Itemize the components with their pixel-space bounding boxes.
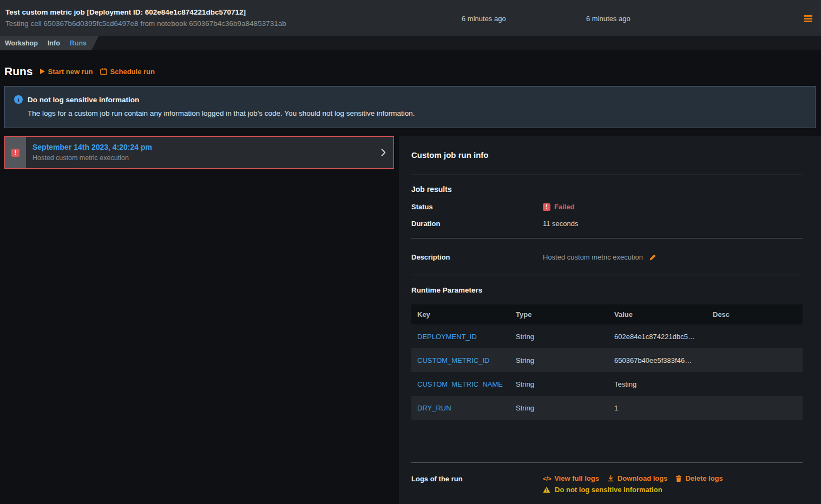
status-value: ! Failed: [543, 203, 575, 211]
runtime-parameters-table: Key Type Value Desc DEPLOYMENT_ID String…: [411, 304, 803, 420]
logs-links-line: </> View full logs Download logs: [543, 474, 723, 482]
param-type: String: [510, 404, 608, 412]
tab-runs[interactable]: Runs: [70, 39, 87, 47]
download-icon: [607, 475, 614, 482]
start-new-run-label: Start new run: [48, 68, 93, 76]
run-status-strip: !: [5, 137, 26, 168]
column-header-type: Type: [510, 310, 608, 319]
menu-bar: [804, 18, 812, 19]
param-type: String: [510, 380, 608, 388]
param-value: 602e84e1c874221dbc5…: [608, 333, 707, 341]
chevron-right-icon[interactable]: [381, 149, 386, 156]
panel-title: Custom job run info: [411, 150, 803, 160]
logs-warning-text: Do not log sensitive information: [555, 486, 662, 494]
failed-status-icon: !: [11, 149, 19, 157]
logs-warning: Do not log sensitive information: [543, 486, 723, 494]
tab-info[interactable]: Info: [48, 39, 60, 47]
table-row: DEPLOYMENT_ID String 602e84e1c874221dbc5…: [411, 324, 803, 348]
duration-value: 11 seconds: [543, 220, 579, 228]
logs-label: Logs of the run: [411, 474, 543, 494]
run-list: ! September 14th 2023, 4:20:24 pm Hosted…: [0, 136, 399, 504]
download-logs-label: Download logs: [618, 474, 667, 482]
delete-logs-button[interactable]: Delete logs: [675, 474, 723, 482]
param-value: 650367b40ee5f383f46…: [608, 356, 707, 364]
runs-header-row: Runs Start new run Schedule run: [0, 50, 821, 78]
param-type: String: [510, 333, 608, 341]
status-text: Failed: [554, 203, 575, 211]
job-results-heading: Job results: [411, 185, 803, 194]
start-new-run-button[interactable]: Start new run: [40, 68, 93, 76]
run-info-panel: Custom job run info Job results Status !…: [399, 136, 821, 504]
table-row: DRY_RUN String 1: [411, 396, 803, 420]
menu-bar: [804, 15, 812, 17]
divider: [411, 462, 803, 463]
run-card-body: September 14th 2023, 4:20:24 pm Hosted c…: [26, 137, 381, 168]
main-row: ! September 14th 2023, 4:20:24 pm Hosted…: [0, 136, 821, 504]
table-row: CUSTOM_METRIC_ID String 650367b40ee5f383…: [411, 348, 803, 372]
run-list-item[interactable]: ! September 14th 2023, 4:20:24 pm Hosted…: [4, 136, 394, 169]
play-icon: [40, 69, 45, 74]
page-title: Runs: [4, 65, 33, 78]
description-row: Description Hosted custom metric executi…: [411, 253, 803, 261]
calendar-icon: [100, 68, 107, 75]
code-icon: </>: [543, 475, 551, 482]
divider: [411, 238, 803, 238]
banner-title-row: i Do not log sensitive information: [14, 95, 804, 104]
param-value: Testing: [608, 380, 707, 388]
runtime-parameters-heading: Runtime Parameters: [411, 286, 803, 294]
logs-actions: </> View full logs Download logs: [543, 474, 723, 494]
divider: [411, 275, 803, 275]
param-value: 1: [608, 404, 707, 412]
column-header-value: Value: [608, 310, 707, 319]
param-key-link[interactable]: CUSTOM_METRIC_NAME: [411, 380, 510, 388]
download-logs-button[interactable]: Download logs: [607, 474, 667, 482]
status-row: Status ! Failed: [411, 203, 803, 211]
description-label: Description: [411, 253, 543, 261]
schedule-run-label: Schedule run: [110, 68, 155, 76]
tab-workshop[interactable]: Workshop: [5, 39, 38, 47]
edit-description-button[interactable]: [649, 254, 656, 261]
updated-timestamp: 6 minutes ago: [462, 15, 506, 23]
schedule-run-button[interactable]: Schedule run: [100, 68, 155, 76]
description-text: Hosted custom metric execution: [543, 253, 643, 261]
param-type: String: [510, 356, 608, 364]
info-icon: i: [14, 95, 23, 104]
description-value: Hosted custom metric execution: [543, 253, 656, 261]
param-key-link[interactable]: DRY_RUN: [411, 404, 510, 412]
failed-badge-icon: !: [543, 203, 550, 211]
status-label: Status: [411, 203, 543, 211]
logs-section: Logs of the run </> View full logs Downl…: [411, 474, 803, 494]
job-subtitle: Testing cell 650367b6d0395fc5cd6497e8 fr…: [5, 19, 821, 28]
view-full-logs-button[interactable]: </> View full logs: [543, 474, 599, 482]
top-header: Test custom metric job [Deployment ID: 6…: [0, 0, 821, 36]
run-title-link[interactable]: September 14th 2023, 4:20:24 pm: [32, 143, 381, 151]
duration-label: Duration: [411, 220, 543, 228]
tab-bar: Workshop Info Runs: [0, 36, 821, 50]
banner-body: The logs for a custom job run contain an…: [28, 109, 804, 117]
menu-bar: [804, 21, 812, 22]
run-subtitle: Hosted custom metric execution: [32, 154, 381, 162]
table-header-row: Key Type Value Desc: [411, 304, 803, 324]
page-content: Runs Start new run Schedule run i Do not…: [0, 50, 821, 504]
sensitive-info-banner: i Do not log sensitive information The l…: [4, 86, 816, 128]
divider: [411, 175, 803, 175]
job-title: Test custom metric job [Deployment ID: 6…: [5, 8, 821, 16]
param-key-link[interactable]: DEPLOYMENT_ID: [411, 333, 510, 341]
column-header-key: Key: [411, 310, 510, 319]
banner-title: Do not log sensitive information: [28, 96, 139, 104]
duration-row: Duration 11 seconds: [411, 220, 803, 228]
tab-strip: Workshop Info Runs: [0, 36, 98, 50]
created-timestamp: 6 minutes ago: [586, 15, 630, 23]
param-key-link[interactable]: CUSTOM_METRIC_ID: [411, 356, 510, 364]
view-full-logs-label: View full logs: [554, 474, 599, 482]
table-row: CUSTOM_METRIC_NAME String Testing: [411, 372, 803, 396]
delete-logs-label: Delete logs: [685, 474, 723, 482]
trash-icon: [675, 475, 682, 482]
column-header-desc: Desc: [707, 310, 803, 319]
warning-icon: [543, 486, 550, 493]
menu-icon[interactable]: [804, 15, 812, 22]
